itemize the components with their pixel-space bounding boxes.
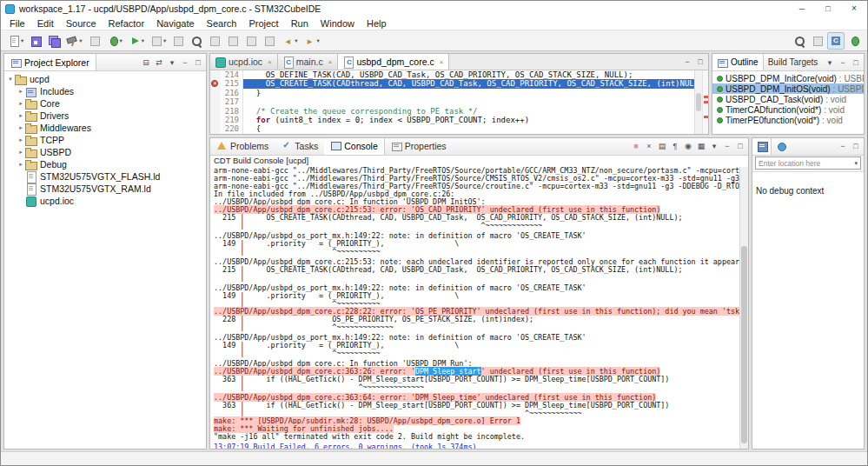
tree-expand-arrow-icon[interactable]: ▸ [17, 136, 25, 143]
link-with-editor-button[interactable]: ⇄ [153, 57, 165, 69]
clear-console-button[interactable]: ▤ [656, 140, 668, 152]
view-menu-button[interactable]: ▾ [824, 57, 836, 69]
location-input[interactable]: Enter location here ▾ [755, 156, 861, 170]
console-scrollbar-thumb[interactable] [741, 246, 747, 443]
error-annotation-mark[interactable] [704, 96, 708, 98]
menu-source[interactable]: Source [60, 18, 103, 29]
close-tab-icon[interactable]: × [268, 58, 272, 66]
menu-search[interactable]: Search [201, 18, 243, 29]
tree-expand-arrow-icon[interactable]: ▸ [17, 100, 25, 107]
debug-perspective-button[interactable] [845, 32, 863, 50]
editor-marker-gutter[interactable] [210, 107, 221, 116]
error-annotation-mark[interactable] [704, 101, 708, 103]
forward-button[interactable]: ▸▾ [301, 32, 322, 50]
tree-item-debug[interactable]: ▸Debug [4, 158, 206, 170]
outline-item-usbpd-dpm-initcore-void[interactable]: USBPD_DPM_InitCore(void) : USBPD_Status.… [712, 73, 864, 83]
minimize-window-button[interactable]: ─ [789, 1, 815, 17]
tree-item-middlewares[interactable]: ▸Middlewares [4, 122, 206, 134]
breakpoints-tab[interactable] [772, 138, 791, 155]
tab-outline[interactable]: Outline [712, 54, 764, 70]
quick-search-button[interactable] [791, 32, 808, 50]
outline-item-usbpd-dpm-initos-void[interactable]: USBPD_DPM_InitOS(void) : USBPD_StatusTy [712, 83, 864, 94]
tree-item-drivers[interactable]: ▸Drivers [4, 110, 206, 122]
error-annotation-mark[interactable] [704, 116, 708, 118]
outline-item-usbpd-cad-task-void[interactable]: USBPD_CAD_Task(void) : void [712, 94, 864, 104]
word-wrap-button[interactable]: ¶ [669, 140, 681, 152]
new-wizard-button[interactable]: ▾ [5, 32, 26, 50]
outline-item-timerpe0function-void[interactable]: TimerPE0function(void*) : void [712, 115, 864, 125]
editor-marker-gutter[interactable] [210, 124, 221, 133]
tree-expand-arrow-icon[interactable]: ▸ [17, 149, 25, 156]
editor-code-line[interactable]: OS_CREATE_TASK(CADthread, CAD, USBPD_CAD… [243, 79, 708, 88]
collapse-all-button[interactable]: ⊟ [140, 57, 152, 69]
tab-console[interactable]: Console [324, 138, 385, 155]
editor-marker-gutter[interactable] [210, 70, 221, 79]
editor-tab-usbpd-dpm-core-c[interactable]: usbpd_dpm_core.c× [338, 54, 449, 70]
console-output[interactable]: arm-none-eabi-gcc "../Middlewares/Third_… [210, 166, 748, 449]
menu-window[interactable]: Window [315, 18, 361, 29]
maximize-window-button[interactable]: □ [815, 1, 841, 17]
menu-run[interactable]: Run [285, 18, 315, 29]
tree-item-stm32u575vgtx-ram-ld[interactable]: STM32U575VGTX_RAM.ld [4, 183, 206, 195]
tree-expand-arrow-icon[interactable]: ▸ [17, 124, 25, 131]
pin-console-button[interactable]: ◉ [682, 140, 694, 152]
minimize-button[interactable]: − [681, 56, 693, 68]
console-menu-button[interactable]: ▾ [708, 140, 720, 152]
menu-project[interactable]: Project [242, 18, 284, 29]
cpp-perspective-button[interactable] [827, 32, 845, 50]
tab-problems[interactable]: Problems [210, 138, 275, 155]
tree-item-includes[interactable]: ▸Includes [4, 85, 206, 97]
tree-item-ucpd[interactable]: ▾ucpd [4, 73, 206, 85]
open-perspective-button[interactable] [809, 32, 826, 50]
previous-annotation-button[interactable] [242, 32, 260, 50]
open-element-button[interactable] [169, 32, 187, 50]
tree-expand-arrow-icon[interactable]: ▸ [17, 88, 25, 95]
code-editor[interactable]: 214 OS_DEFINE_TASK(CAD, USBPD_CAD_Task, … [210, 70, 708, 134]
editor-tab-ucpd-ioc[interactable]: ucpd.ioc× [210, 54, 278, 70]
maximize-button[interactable]: □ [694, 56, 706, 68]
editor-tab-main-c[interactable]: main.c× [278, 54, 339, 70]
maximize-button[interactable]: □ [850, 140, 862, 152]
editor-marker-gutter[interactable] [210, 79, 221, 88]
build-all-button[interactable]: ▾ [63, 32, 84, 50]
tab-build-targets[interactable]: Build Targets [764, 54, 823, 70]
view-menu-button[interactable]: ▾ [166, 57, 178, 69]
last-edit-location-button[interactable] [261, 32, 278, 50]
search-button[interactable] [188, 32, 205, 50]
maximize-button[interactable]: □ [850, 57, 862, 69]
menu-refactor[interactable]: Refactor [103, 18, 151, 29]
disassembly-tab[interactable] [752, 138, 772, 155]
editor-code-line[interactable]: { [243, 124, 708, 133]
new-c-project-button[interactable] [86, 32, 103, 50]
remove-launch-button[interactable]: × [643, 140, 655, 152]
maximize-button[interactable]: □ [192, 57, 204, 69]
toggle-mark-occurrences-button[interactable] [206, 32, 223, 50]
editor-scrollbar[interactable] [694, 70, 702, 134]
minimize-button[interactable]: − [837, 140, 849, 152]
minimize-button[interactable]: − [179, 57, 191, 69]
menu-navigate[interactable]: Navigate [150, 18, 200, 29]
tree-item-core[interactable]: ▸Core [4, 97, 206, 110]
menu-edit[interactable]: Edit [31, 18, 60, 29]
close-tab-icon[interactable]: × [440, 58, 444, 66]
editor-marker-gutter[interactable] [210, 116, 221, 124]
back-button[interactable]: ◂▾ [279, 32, 300, 50]
console-scrollbar[interactable] [739, 167, 748, 449]
tab-tasks[interactable]: Tasks [275, 138, 324, 155]
tree-expand-arrow-icon[interactable]: ▸ [17, 112, 25, 119]
tree-collapse-arrow-icon[interactable]: ▾ [6, 76, 15, 83]
minimize-button[interactable]: − [721, 140, 733, 152]
location-dropdown-icon[interactable]: ▾ [854, 160, 858, 167]
run-button[interactable]: ▾ [126, 32, 147, 50]
editor-code-line[interactable]: OS_DEFINE_TASK(CAD, USBPD_CAD_Task, OS_C… [243, 70, 708, 79]
editor-code-line[interactable]: for (uint8_t index = 0; index < USBPD_PO… [243, 116, 708, 124]
editor-marker-gutter[interactable] [210, 97, 221, 106]
tree-item-stm32u575vgtx-flash-ld[interactable]: STM32U575VGTX_FLASH.ld [4, 170, 206, 183]
menu-file[interactable]: File [3, 18, 31, 29]
editor-code-line[interactable]: } [243, 89, 708, 97]
save-all-button[interactable] [45, 32, 63, 50]
debug-button[interactable]: ▾ [104, 32, 125, 50]
outline-item-timercadfunction-void[interactable]: TimerCADfunction(void*) : void [712, 104, 864, 115]
editor-scrollbar-thumb[interactable] [696, 93, 701, 110]
save-button[interactable] [27, 32, 44, 50]
